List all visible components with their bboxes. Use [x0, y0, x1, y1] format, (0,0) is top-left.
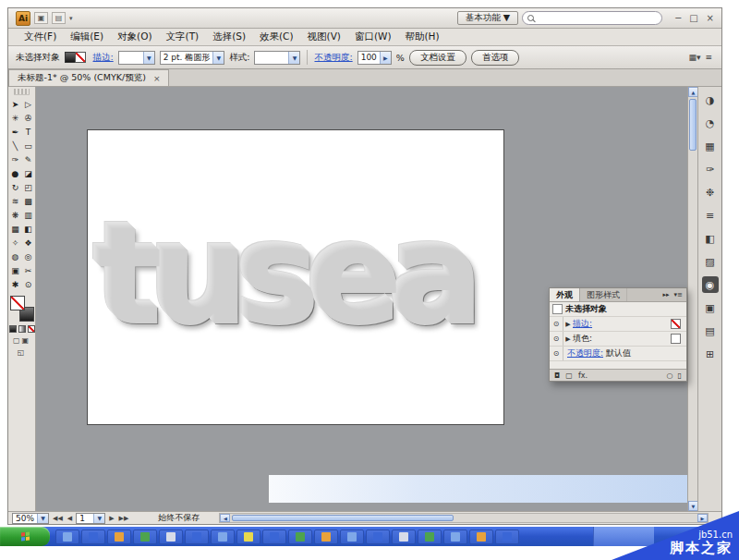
chevron-right-icon[interactable]: ▶: [380, 52, 391, 64]
toolbox-drag-handle[interactable]: [14, 89, 30, 95]
preferences-button[interactable]: 首选项: [471, 50, 520, 66]
blob-brush-tool[interactable]: ●: [9, 166, 22, 180]
first-artboard-icon[interactable]: ◀◀: [52, 515, 64, 522]
taskbar-item[interactable]: [107, 530, 131, 544]
start-button[interactable]: [0, 527, 50, 546]
taskbar-item[interactable]: [133, 530, 157, 544]
scroll-left-icon[interactable]: ◀: [220, 514, 230, 522]
selection-tool[interactable]: ➤: [9, 97, 22, 111]
symbols-panel-icon[interactable]: ❉: [702, 184, 719, 201]
style-combo[interactable]: ▼: [254, 51, 300, 65]
stroke-none-swatch[interactable]: [75, 52, 86, 63]
search-input[interactable]: [538, 13, 657, 23]
menu-item[interactable]: 选择(S): [206, 30, 252, 44]
new-fill-icon[interactable]: ▢: [565, 371, 573, 380]
gradient-panel-icon[interactable]: ◧: [702, 230, 719, 247]
free-transform-tool[interactable]: ▩: [22, 194, 35, 208]
taskbar-item[interactable]: [185, 530, 209, 544]
blend-tool[interactable]: ❖: [22, 236, 35, 250]
menu-item[interactable]: 编辑(E): [64, 30, 110, 44]
vertical-scroll-thumb[interactable]: [689, 99, 697, 151]
opacity-link[interactable]: 不透明度:: [314, 52, 352, 64]
menu-item[interactable]: 帮助(H): [399, 30, 446, 44]
column-graph-tool[interactable]: ▥: [22, 208, 35, 222]
menu-item[interactable]: 窗口(W): [348, 30, 398, 44]
live-paint-bucket-tool[interactable]: ◍: [9, 250, 22, 263]
color-mode-button[interactable]: [9, 325, 17, 333]
chevron-down-icon[interactable]: ▼: [288, 52, 299, 64]
document-setup-button[interactable]: 文档设置: [409, 50, 466, 66]
lasso-tool[interactable]: ✇: [22, 111, 35, 125]
mesh-tool[interactable]: ▦: [9, 222, 22, 236]
width-tool[interactable]: ≋: [9, 194, 22, 208]
control-bar-menu-icon[interactable]: ≡: [705, 53, 714, 62]
taskbar-item[interactable]: [495, 530, 519, 544]
none-mode-button[interactable]: [28, 325, 35, 333]
direct-selection-tool[interactable]: ▷: [22, 97, 35, 111]
hand-tool[interactable]: ✱: [9, 277, 22, 291]
screen-mode-button[interactable]: ◱: [8, 348, 35, 357]
taskbar-item[interactable]: [366, 530, 390, 544]
taskbar-item[interactable]: [262, 530, 286, 544]
arrange-dropdown-icon[interactable]: ▾: [69, 15, 73, 22]
appearance-row-stroke[interactable]: ⊙ ▶ 描边:: [550, 317, 686, 332]
taskbar-item[interactable]: [314, 530, 338, 544]
last-artboard-icon[interactable]: ▶▶: [118, 515, 130, 522]
maximize-button[interactable]: □: [689, 13, 697, 23]
menu-item[interactable]: 效果(C): [253, 30, 300, 44]
gradient-mode-button[interactable]: [18, 325, 26, 333]
graphic-styles-panel-icon[interactable]: ▣: [702, 299, 719, 316]
taskbar-item[interactable]: [55, 530, 79, 544]
fill-swatch[interactable]: [671, 334, 681, 344]
visibility-eye-icon[interactable]: ⊙: [550, 332, 563, 346]
document-tab[interactable]: 未标题-1* @ 50% (CMYK/预览) ×: [8, 69, 169, 86]
magic-wand-tool[interactable]: ✳: [9, 111, 22, 125]
artboard-tool[interactable]: ▣: [9, 263, 22, 277]
taskbar-item[interactable]: [81, 530, 105, 544]
chevron-down-icon[interactable]: ▼: [93, 514, 104, 523]
delete-item-icon[interactable]: ▯: [678, 371, 682, 380]
panel-collapse-icon[interactable]: ▸▸: [663, 291, 670, 298]
fill-stroke-indicator[interactable]: [65, 50, 89, 66]
clear-appearance-icon[interactable]: ○: [667, 371, 673, 380]
color-panel-icon[interactable]: ◑: [702, 91, 719, 108]
prev-artboard-icon[interactable]: ◀: [67, 515, 73, 522]
new-document-icon[interactable]: ▣: [34, 12, 48, 24]
system-tray[interactable]: [593, 527, 654, 546]
new-stroke-icon[interactable]: ◘: [554, 371, 560, 380]
appearance-row-fill[interactable]: ⊙ ▶ 填色:: [550, 332, 686, 347]
search-box[interactable]: [522, 11, 662, 25]
stroke-none-swatch[interactable]: [671, 319, 681, 329]
transparency-panel-icon[interactable]: ▨: [702, 253, 719, 270]
taskbar-item[interactable]: [340, 530, 364, 544]
live-paint-selection-tool[interactable]: ◎: [22, 250, 35, 263]
brushes-panel-icon[interactable]: ✑: [702, 161, 719, 177]
opacity-combo[interactable]: 100 ▶: [357, 51, 392, 65]
horizontal-scrollbar[interactable]: ◀ ▶: [219, 513, 709, 523]
chevron-down-icon[interactable]: ▼: [212, 52, 224, 64]
taskbar-item[interactable]: [469, 530, 493, 544]
next-artboard-icon[interactable]: ▶: [108, 515, 115, 522]
opacity-row-link[interactable]: 不透明度:: [567, 347, 603, 359]
taskbar-item[interactable]: [443, 530, 467, 544]
taskbar-item[interactable]: [236, 530, 260, 544]
color-guide-panel-icon[interactable]: ◔: [702, 115, 719, 131]
close-button[interactable]: ×: [707, 13, 714, 23]
expand-arrow-icon[interactable]: ▶: [563, 335, 573, 343]
taskbar-item[interactable]: [159, 530, 183, 544]
gradient-tool[interactable]: ◧: [22, 222, 35, 236]
visibility-eye-icon[interactable]: ⊙: [550, 317, 563, 331]
pencil-tool[interactable]: ✎: [22, 152, 35, 166]
minimize-button[interactable]: ─: [675, 13, 681, 23]
taskbar-item[interactable]: [288, 530, 312, 544]
menu-item[interactable]: 对象(O): [111, 30, 158, 44]
stroke-weight-combo[interactable]: ▼: [118, 51, 155, 65]
panel-menu-icon[interactable]: ▾≡: [674, 291, 683, 298]
control-bar-options-icon[interactable]: ▦▾: [688, 53, 700, 62]
chevron-down-icon[interactable]: ▼: [37, 514, 48, 523]
artboard-3d-text[interactable]: tusea: [99, 210, 476, 345]
line-segment-tool[interactable]: ╲: [9, 139, 22, 152]
zoom-combo[interactable]: 50% ▼: [12, 513, 49, 524]
zoom-tool[interactable]: ⊙: [22, 277, 35, 291]
layers-panel-icon[interactable]: ▤: [702, 323, 719, 339]
